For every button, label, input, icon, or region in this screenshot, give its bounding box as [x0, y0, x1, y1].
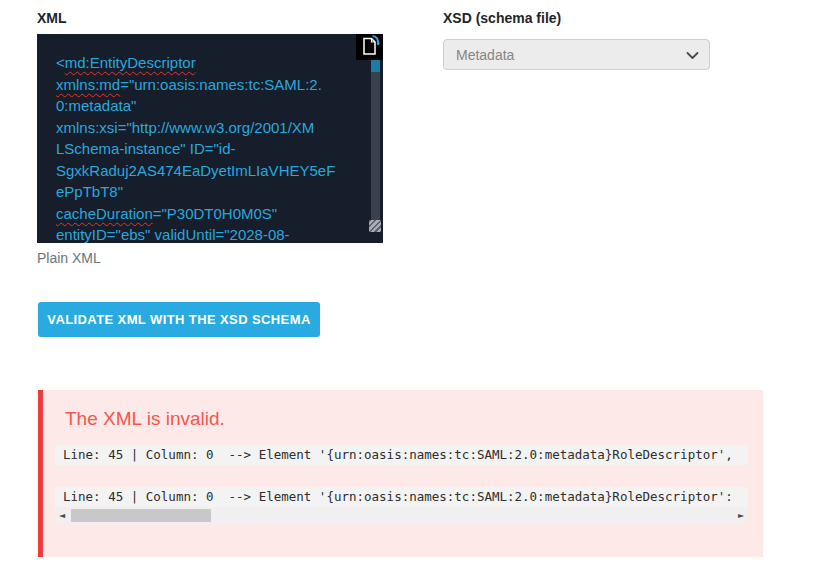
code-text: ="P30DT0H0M0S": [153, 205, 277, 222]
code-text: entityID="ebs" validUntil="2028-08-: [56, 226, 290, 243]
xml-code-line: <md:EntityDescriptor: [56, 52, 351, 74]
xml-code-line: xmlns:md="urn:oasis:names:tc:SAML:2.: [56, 74, 351, 96]
plain-xml-label: Plain XML: [37, 250, 101, 266]
xml-code-line: 0:metadata": [56, 95, 351, 117]
code-text: SgxkRaduj2AS474EaDyetImLIaVHEY5eF: [56, 162, 335, 179]
validate-xml-button[interactable]: VALIDATE XML WITH THE XSD SCHEMA: [38, 302, 320, 337]
resize-grip-icon[interactable]: [369, 220, 381, 232]
error-message-row: Line: 45 | Column: 0 --> Element '{urn:o…: [55, 445, 748, 465]
code-text: 0:metadata": [56, 97, 136, 114]
scrollbar-thumb[interactable]: [71, 509, 211, 522]
editor-vertical-scrollbar[interactable]: [371, 38, 380, 229]
code-text: LSchema-instance" ID="id-: [56, 140, 235, 157]
scroll-right-arrow-icon[interactable]: ►: [734, 507, 748, 524]
error-message-text: Line: 45 | Column: 0 --> Element '{urn:o…: [55, 445, 748, 465]
code-text: ="urn:oasis:names:tc:SAML:2.: [120, 76, 322, 93]
xml-code-line: LSchema-instance" ID="id-: [56, 138, 351, 160]
xml-code-line: xmlns:xsi="http://www.w3.org/2001/XM: [56, 117, 351, 139]
scroll-left-arrow-icon[interactable]: ◄: [55, 507, 69, 524]
copy-button[interactable]: [356, 34, 383, 60]
spellcheck-flagged-text: cacheDuration: [56, 205, 153, 222]
error-message-row: Line: 45 | Column: 0 --> Element '{urn:o…: [55, 487, 748, 524]
error-message-text: Line: 45 | Column: 0 --> Element '{urn:o…: [55, 487, 748, 507]
xml-code-line: SgxkRaduj2AS474EaDyetImLIaVHEY5eF: [56, 160, 351, 182]
horizontal-scrollbar[interactable]: ◄ ►: [55, 507, 748, 524]
xml-editor-code[interactable]: <md:EntityDescriptorxmlns:md="urn:oasis:…: [37, 34, 383, 243]
copy-icon: [360, 34, 380, 60]
xsd-selected-value: Metadata: [456, 47, 514, 63]
validation-error-title: The XML is invalid.: [65, 408, 763, 430]
xml-code-line: entityID="ebs" validUntil="2028-08-: [56, 224, 351, 243]
xsd-label: XSD (schema file): [443, 10, 561, 26]
code-text: <: [56, 54, 65, 71]
validation-error-box: The XML is invalid. Line: 45 | Column: 0…: [38, 390, 763, 557]
xml-code-line: ePpTbT8": [56, 181, 351, 203]
code-text: ePpTbT8": [56, 183, 123, 200]
scrollbar-track[interactable]: [69, 509, 734, 522]
xml-label: XML: [37, 10, 67, 26]
xml-code-line: cacheDuration="P30DT0H0M0S": [56, 203, 351, 225]
xsd-schema-select[interactable]: Metadata: [443, 39, 710, 70]
spellcheck-flagged-text: xmlns:md: [56, 76, 120, 93]
spellcheck-flagged-text: md:EntityDescriptor: [65, 54, 196, 71]
xml-validator-page: XML <md:EntityDescriptorxmlns:md="urn:oa…: [0, 0, 820, 578]
xml-input-editor[interactable]: <md:EntityDescriptorxmlns:md="urn:oasis:…: [37, 34, 383, 243]
code-text: xmlns:xsi="http://www.w3.org/2001/XM: [56, 119, 314, 136]
chevron-down-icon: [686, 46, 699, 64]
